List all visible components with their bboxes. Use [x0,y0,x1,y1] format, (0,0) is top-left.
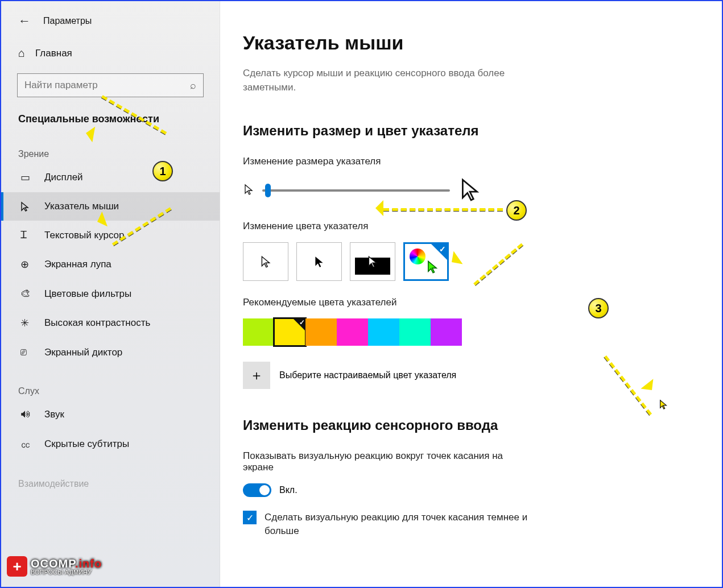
search-input[interactable] [24,80,190,91]
search-icon: ⌕ [190,80,196,92]
arrow-head-icon [77,124,95,142]
color-wheel-icon [410,249,425,264]
category-hearing: Слух [1,367,220,400]
add-custom-color-button[interactable]: ＋ [243,362,270,389]
nav-label: Текстовый курсор [44,230,125,241]
nav-sound[interactable]: 🔊︎ Звук [1,400,220,429]
home-icon: ⌂ [18,47,25,60]
main-content: Указатель мыши Сделать курсор мыши и реа… [220,1,722,587]
sidebar: ← Параметры ⌂ Главная ⌕ Специальные возм… [1,1,220,587]
nav-label: Цветовые фильтры [44,288,131,300]
touch-darker-label: Сделать визуальную реакцию для точек кас… [265,511,539,538]
page-description: Сделать курсор мыши и реакцию сенсорного… [243,67,539,94]
nav-high-contrast[interactable]: ✳ Высокая контрастность [1,308,220,338]
nav-display[interactable]: ▭ Дисплей [1,163,220,192]
pointer-icon [20,201,33,212]
pointer-color-options [243,242,688,281]
color-swatch[interactable] [305,318,337,346]
section-size-color: Изменить размер и цвет указателя [243,123,688,139]
color-swatch[interactable] [399,318,431,346]
app-title: Параметры [43,16,92,26]
touch-feedback-toggle[interactable] [243,483,271,497]
nav-closed-captions[interactable]: ㏄ Скрытые субтитры [1,429,220,459]
custom-color-label: Выберите настраиваемый цвет указателя [279,370,456,380]
arrow-head-icon [367,200,383,216]
pointer-size-slider[interactable] [262,189,450,192]
contrast-icon: ✳ [20,317,33,329]
narrator-icon: ⎚ [20,346,33,358]
nav-label: Дисплей [44,172,83,183]
touch-feedback-label: Показывать визуальную реакцию вокруг точ… [243,450,527,473]
slider-thumb[interactable] [265,184,271,197]
display-icon: ▭ [20,171,33,184]
color-label: Изменение цвета указателя [243,221,688,232]
color-swatch[interactable] [243,318,274,346]
text-cursor-icon: Ꮖ [20,229,33,241]
size-label: Изменение размера указателя [243,156,688,167]
toggle-state-label: Вкл. [279,485,298,495]
category-interaction: Взаимодействие [1,459,220,492]
sound-icon: 🔊︎ [20,408,33,420]
search-box[interactable]: ⌕ [17,73,204,97]
color-swatch[interactable] [368,318,399,346]
nav-magnifier[interactable]: ⊕ Экранная лупа [1,250,220,279]
pointer-color-black[interactable] [296,242,342,281]
cursor-large-icon [458,177,482,204]
color-swatches [243,318,688,346]
category-vision: Зрение [1,130,220,163]
touch-darker-checkbox[interactable]: ✓ [243,511,257,524]
accessibility-title: Специальные возможности [1,107,220,130]
annotation-cursor-icon [658,399,668,412]
watermark: + OCOMP.info ВОПРОСЫ АДМИНУ [7,556,102,577]
nav-label: Звук [44,409,64,420]
nav-label: Скрытые субтитры [44,438,129,450]
back-arrow-icon[interactable]: ← [18,14,31,28]
palette-icon: 🎨︎ [20,288,33,300]
color-swatch[interactable] [431,318,462,346]
color-swatch[interactable] [337,318,368,346]
nav-color-filters[interactable]: 🎨︎ Цветовые фильтры [1,279,220,308]
cc-icon: ㏄ [20,437,33,451]
nav-label: Указатель мыши [44,201,119,212]
nav-label: Высокая контрастность [44,317,150,329]
nav-label: Экранный диктор [44,347,122,358]
page-title: Указатель мыши [243,32,688,54]
nav-text-cursor[interactable]: Ꮖ Текстовый курсор [1,221,220,250]
nav-label: Экранная лупа [44,259,111,270]
magnifier-icon: ⊕ [20,258,33,271]
cursor-small-icon [243,184,254,197]
nav-home-label: Главная [35,48,72,59]
nav-mouse-pointer[interactable]: Указатель мыши [1,192,220,221]
pointer-color-white[interactable] [243,242,288,281]
watermark-brand: OCOMP.info [31,558,102,569]
section-touch: Изменить реакцию сенсорного ввода [243,417,688,433]
color-swatch[interactable] [274,318,305,346]
watermark-tagline: ВОПРОСЫ АДМИНУ [31,569,102,575]
pointer-color-inverted[interactable] [350,242,395,281]
recommended-label: Рекомендуемые цвета указателей [243,297,688,308]
nav-narrator[interactable]: ⎚ Экранный диктор [1,338,220,367]
watermark-icon: + [7,556,27,577]
toggle-knob [259,485,270,495]
nav-home[interactable]: ⌂ Главная [1,39,220,68]
